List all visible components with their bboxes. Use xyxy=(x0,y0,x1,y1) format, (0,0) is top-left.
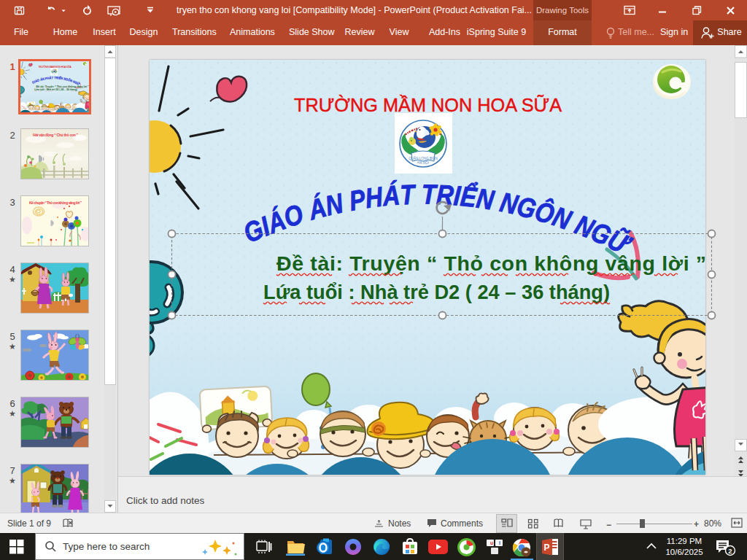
svg-text:P: P xyxy=(544,542,550,553)
svg-text:u: u xyxy=(490,540,493,545)
svg-text:I: I xyxy=(499,540,500,545)
svg-text:2: 2 xyxy=(728,547,732,555)
